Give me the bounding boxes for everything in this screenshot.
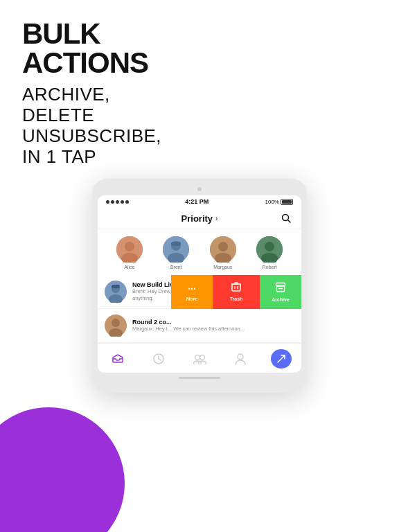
archive-icon <box>275 282 286 295</box>
msg-content-2: Round 2 co... Margaux: Hey I... We can r… <box>132 319 294 332</box>
ipad-screen: 4:21 PM 100% Priority › <box>98 195 301 373</box>
svg-line-44 <box>278 355 285 362</box>
more-icon: ··· <box>188 283 196 294</box>
status-bar: 4:21 PM 100% <box>98 195 301 208</box>
avatar-brent <box>163 236 189 263</box>
svg-point-34 <box>112 319 120 327</box>
page-subtitle: ARCHIVE,DELETEUNSUBSCRIBE,IN 1 TAP <box>22 85 161 168</box>
header-section: BULK ACTIONS ARCHIVE,DELETEUNSUBSCRIBE,I… <box>22 19 161 168</box>
tab-compose[interactable] <box>269 349 294 369</box>
message-row-1-container: New Build Live Brent: Hey Drew, I pushed… <box>98 275 301 309</box>
contact-name-margaux: Margaux <box>213 265 232 269</box>
contact-robert[interactable]: Robert <box>256 236 283 269</box>
tab-group[interactable] <box>187 349 212 369</box>
contacts-row: Alice Brent <box>98 229 301 275</box>
svg-rect-24 <box>276 283 285 286</box>
contact-name-brent: Brent <box>170 265 182 269</box>
svg-line-38 <box>159 359 161 360</box>
svg-point-10 <box>218 242 228 251</box>
message-list: New Build Live Brent: Hey Drew, I pushed… <box>98 275 301 343</box>
svg-point-43 <box>238 354 243 360</box>
tab-inbox[interactable] <box>105 349 130 369</box>
contact-alice[interactable]: Alice <box>116 236 143 269</box>
page-title: BULK ACTIONS <box>22 19 161 78</box>
svg-point-13 <box>265 242 274 251</box>
msg-avatar-brent <box>105 281 127 303</box>
nav-title[interactable]: Priority › <box>181 213 218 224</box>
nav-bar: Priority › <box>98 208 301 229</box>
message-row-2[interactable]: Round 2 co... Margaux: Hey I... We can r… <box>98 309 301 343</box>
avatar-robert <box>256 236 283 263</box>
svg-point-40 <box>200 355 204 360</box>
tab-clock[interactable] <box>146 349 171 369</box>
search-button[interactable] <box>279 211 293 225</box>
ipad-device: 4:21 PM 100% Priority › <box>92 179 307 393</box>
status-battery: 100% <box>265 199 293 205</box>
swipe-actions: ··· More <box>171 275 301 309</box>
avatar-alice <box>116 236 143 263</box>
contact-margaux[interactable]: Margaux <box>210 236 236 269</box>
svg-point-39 <box>195 355 200 360</box>
msg-preview-2: Margaux: Hey I... We can review this aft… <box>132 326 294 332</box>
tab-bar <box>98 343 301 373</box>
svg-rect-19 <box>232 284 240 291</box>
contact-name-alice: Alice <box>124 265 134 269</box>
home-indicator <box>179 377 220 379</box>
trash-action-button[interactable]: Trash <box>213 275 260 309</box>
msg-avatar-margaux <box>105 314 127 337</box>
svg-rect-8 <box>171 242 181 246</box>
svg-rect-18 <box>112 285 120 288</box>
trash-icon <box>231 281 242 294</box>
ipad-camera <box>197 187 202 191</box>
avatar-margaux <box>210 236 236 263</box>
more-action-button[interactable]: ··· More <box>171 275 213 309</box>
msg-title-2: Round 2 co... <box>132 319 294 326</box>
ipad-body: 4:21 PM 100% Priority › <box>92 179 307 393</box>
nav-chevron-icon: › <box>215 215 218 222</box>
archive-action-button[interactable]: Archive <box>260 275 301 309</box>
svg-line-1 <box>287 220 290 223</box>
compose-fab[interactable] <box>271 349 292 369</box>
contact-brent[interactable]: Brent <box>163 236 189 269</box>
purple-blob <box>0 407 125 532</box>
status-time: 4:21 PM <box>185 198 209 205</box>
svg-point-3 <box>125 242 134 251</box>
signal-dots <box>106 200 129 204</box>
svg-point-42 <box>198 361 206 364</box>
tab-person[interactable] <box>228 349 253 369</box>
battery-icon <box>281 199 293 205</box>
contact-name-robert: Robert <box>263 265 277 269</box>
